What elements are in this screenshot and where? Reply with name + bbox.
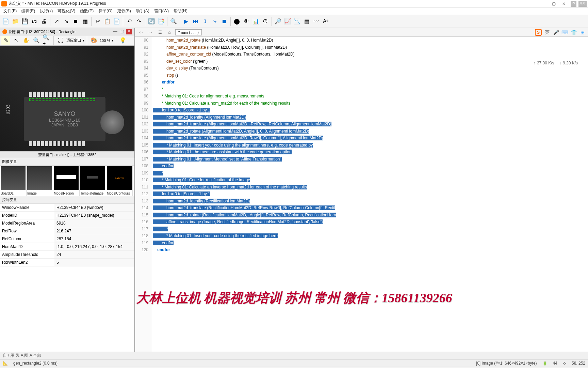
- profiler-icon[interactable]: 📊: [251, 17, 260, 26]
- keyboard-icon[interactable]: ⌨: [561, 29, 568, 36]
- run-icon[interactable]: ▶: [182, 17, 191, 26]
- cut-icon[interactable]: ✂: [93, 17, 102, 26]
- coords-icon: ⊹: [563, 361, 566, 366]
- panel-close[interactable]: ✕: [126, 29, 132, 34]
- panel-maximize[interactable]: ▢: [119, 29, 125, 34]
- app-icon: [1, 1, 7, 6]
- step-over-icon[interactable]: ⤵: [201, 17, 210, 26]
- start-button[interactable]: 开始: [578, 1, 587, 7]
- record-icon[interactable]: ⏺: [71, 17, 80, 26]
- step-into-icon[interactable]: ⤷: [210, 17, 219, 26]
- menubar: 文件(F) 编辑(E) 执行(x) 可视化(V) 函数(P) 算子(O) 建议(…: [0, 7, 588, 15]
- font-icon[interactable]: Aᵃ: [321, 17, 330, 26]
- roi-rectangle[interactable]: [29, 98, 95, 101]
- zoom-icon[interactable]: 🔍: [32, 36, 41, 45]
- saveall-icon[interactable]: 🗂: [30, 17, 39, 26]
- paste-icon[interactable]: 📄: [112, 17, 121, 26]
- image-view[interactable]: U203 SANYO LC3664NML-10 JAPAN 2OB3: [0, 46, 134, 151]
- find-replace-icon[interactable]: 🔄: [147, 17, 156, 26]
- step-icon[interactable]: ⏭: [191, 17, 200, 26]
- windows-taskbar: ☁ 20°C阴 ⊞ 🔍搜索 ⊡ 📁 🌐 🟦 🔵 📕 💬 W Ha 📊 📘 ^ 🀄…: [0, 367, 588, 368]
- menu-window[interactable]: 窗口(W): [152, 7, 171, 15]
- p-button[interactable]: P↓: [571, 1, 576, 7]
- capacitor: [100, 110, 124, 134]
- panel-minimize[interactable]: —: [112, 29, 118, 34]
- stop-icon[interactable]: ⏹: [220, 17, 229, 26]
- code-tab[interactable]: *main ( : : : ): [175, 29, 202, 35]
- menu-edit[interactable]: 编辑(E): [19, 7, 37, 15]
- fit-window-label[interactable]: 适应窗口: [66, 38, 81, 43]
- menu-assistants[interactable]: 助手(A): [134, 7, 151, 15]
- variable-window-header: 变量窗口 - main* () - 主线程: 13852: [0, 151, 134, 158]
- find-icon[interactable]: 🔍: [169, 17, 178, 26]
- thumb-board01[interactable]: Board01: [0, 166, 27, 196]
- mic-icon[interactable]: 🎤: [553, 29, 559, 36]
- nav-back-icon[interactable]: ⇦: [137, 29, 145, 36]
- code-header: ⇦ ⇨ ☰ ⌂ *main ( : : : ) S 英 🎤 ⌨ 👕 ⊞: [135, 28, 588, 37]
- chip: SANYO LC3664NML-10 JAPAN 2OB3: [24, 97, 105, 141]
- save-icon[interactable]: 💾: [20, 17, 29, 26]
- battery-icon: 🔋: [542, 361, 548, 366]
- close-button[interactable]: ✕: [559, 1, 569, 7]
- code-editor[interactable]: 9091929394959697989910010110210310410510…: [135, 37, 588, 352]
- pointer-icon[interactable]: ↖: [12, 36, 20, 45]
- pan-icon[interactable]: ✋: [22, 36, 31, 45]
- thumb-contours[interactable]: SANYOModelContours: [106, 166, 133, 196]
- thumb-template[interactable]: TemplateImage: [80, 166, 106, 196]
- menu-help[interactable]: 帮助(H): [172, 7, 190, 15]
- titlebar: 未定义 * - MVTec HALCON HDevelop 19.11 Prog…: [0, 0, 588, 7]
- redo-icon[interactable]: ↷: [134, 17, 143, 26]
- code-panel: ⇦ ⇨ ☰ ⌂ *main ( : : : ) S 英 🎤 ⌨ 👕 ⊞ 9091…: [134, 28, 588, 352]
- menu-file[interactable]: 文件(F): [1, 7, 19, 15]
- draw-icon[interactable]: ✎: [1, 36, 10, 45]
- menu-suggestions[interactable]: 建议(S): [115, 7, 133, 15]
- bookmark-icon[interactable]: 📑: [157, 17, 165, 26]
- maximize-button[interactable]: ▢: [549, 1, 558, 7]
- minimize-button[interactable]: —: [539, 1, 548, 7]
- color-icon[interactable]: 🎨: [89, 36, 98, 45]
- menu-visualize[interactable]: 可视化(V): [55, 7, 77, 15]
- new-icon[interactable]: 📄: [1, 17, 10, 26]
- thumb-modelregion[interactable]: ModelRegion: [53, 166, 80, 196]
- nav-fwd-icon[interactable]: ⇨: [147, 29, 154, 36]
- status-function: gen_rectangle2 (0.0 ms): [13, 361, 58, 366]
- profile-icon[interactable]: 📉: [293, 17, 301, 26]
- sogou-icon[interactable]: S: [535, 29, 542, 36]
- histogram-icon[interactable]: 📈: [283, 17, 292, 26]
- menu-execute[interactable]: 执行(x): [38, 7, 55, 15]
- status-image-info: [0] Image (#=1: 646×492×1×byte): [476, 361, 537, 366]
- grid-app-icon[interactable]: ⊞: [579, 29, 586, 36]
- zoom-value[interactable]: 100 %: [100, 39, 110, 43]
- export-icon[interactable]: ↗: [52, 17, 61, 26]
- main-toolbar: 📄 📁 💾 🗂 🖨 ↗ ↘ ⏺ ▦ ✂ 📋 📄 ↶ ↷ 🔄 📑 🔍 ▶ ⏭ ⤵ …: [0, 15, 588, 28]
- zoom-fit-icon[interactable]: 🔎: [274, 17, 282, 26]
- fit-window-icon[interactable]: ⛶: [56, 36, 65, 45]
- status-bar: 📐 gen_rectangle2 (0.0 ms) [0] Image (#=1…: [0, 359, 588, 367]
- import-icon[interactable]: ↘: [62, 17, 70, 26]
- timer-icon[interactable]: ⏱: [261, 17, 270, 26]
- image-toolbar: ✎ ↖ ✋ 🔍 🔍+ ⛶ 适应窗口 ▾ 🎨 100 % ▾ 💡: [0, 35, 134, 46]
- copy-icon[interactable]: 📋: [103, 17, 112, 26]
- grid-icon[interactable]: ▦: [81, 17, 89, 26]
- zoom-in-icon[interactable]: 🔍+: [42, 36, 51, 45]
- open-icon[interactable]: 📁: [11, 17, 20, 26]
- bulb-icon[interactable]: 💡: [118, 36, 127, 45]
- print-icon[interactable]: 🖨: [39, 17, 48, 26]
- feature-icon[interactable]: ▤: [302, 17, 311, 26]
- shirt-icon[interactable]: 👕: [570, 29, 577, 36]
- network-stats: ↑ 37.00 K/s ↓ 9.20 K/s: [534, 61, 578, 65]
- menu-functions[interactable]: 函数(P): [78, 7, 96, 15]
- breakpoint-icon[interactable]: ⬤: [232, 17, 241, 26]
- bottom-tabs-text[interactable]: 自 / 用 风 A 图 A 全部: [3, 353, 41, 358]
- menu-operators[interactable]: 算子(O): [96, 7, 114, 15]
- thumb-image[interactable]: Image: [27, 166, 53, 196]
- home-icon[interactable]: ⌂: [166, 29, 173, 36]
- watch-icon[interactable]: 👁: [242, 17, 251, 26]
- variable-table[interactable]: WindowHandleH2139FC944B0 (window) ModelI…: [0, 204, 134, 352]
- ctrl-vars-label: 控制变量: [0, 196, 134, 204]
- lang-indicator[interactable]: 英: [544, 29, 551, 36]
- line-profile-icon[interactable]: 〰: [312, 17, 321, 26]
- proc-list-icon[interactable]: ☰: [156, 29, 164, 36]
- code-content[interactable]: hom_mat2d_rotate (HomMat2D, Angle[I], 0,…: [151, 37, 588, 352]
- undo-icon[interactable]: ↶: [125, 17, 134, 26]
